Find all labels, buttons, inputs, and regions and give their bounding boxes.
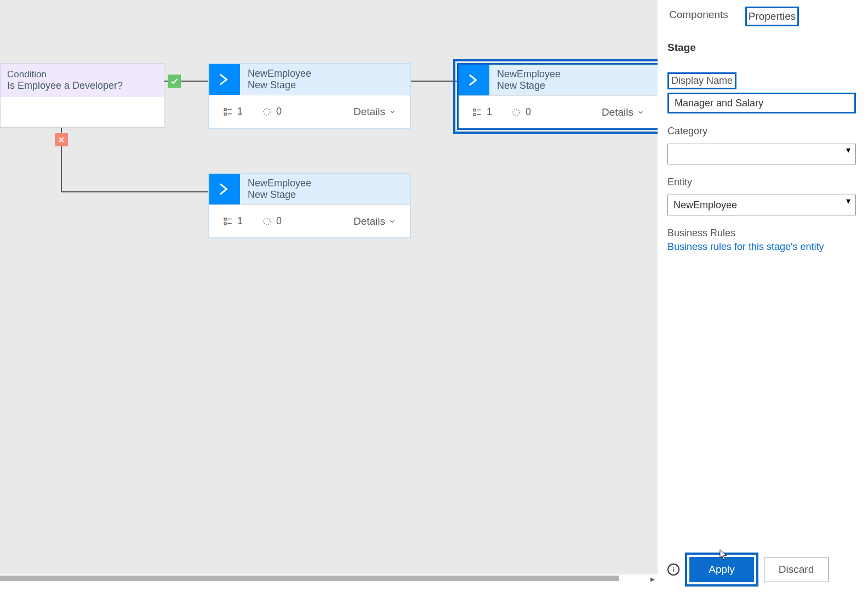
svg-rect-17 xyxy=(224,113,226,115)
stage-node-c[interactable]: NewEmployee New Stage 1 0 xyxy=(208,173,411,238)
triggers-count: 0 xyxy=(262,215,282,227)
stage-title-label: New Stage xyxy=(497,80,561,92)
display-name-input[interactable] xyxy=(667,93,856,113)
svg-rect-15 xyxy=(224,109,226,111)
yes-branch-chip xyxy=(168,75,181,88)
display-name-label: Display Name xyxy=(667,72,736,89)
stage-title-label: New Stage xyxy=(248,189,311,201)
properties-panel: Components Properties Stage Display Name… xyxy=(658,0,868,592)
business-rules-label: Business Rules xyxy=(667,227,856,239)
business-rules-link[interactable]: Business rules for this stage's entity xyxy=(667,241,856,253)
category-select[interactable] xyxy=(667,144,856,164)
panel-heading: Stage xyxy=(667,42,856,54)
stage-icon xyxy=(209,64,240,95)
triggers-count: 0 xyxy=(262,106,282,117)
triggers-count: 0 xyxy=(511,106,531,118)
stage-entity-label: NewEmployee xyxy=(248,68,311,79)
svg-point-29 xyxy=(264,218,270,225)
condition-label: Condition xyxy=(7,69,157,80)
svg-rect-22 xyxy=(473,113,476,116)
stage-entity-label: NewEmployee xyxy=(497,69,561,80)
tab-properties[interactable]: Properties xyxy=(747,8,798,25)
svg-rect-27 xyxy=(224,223,226,225)
stage-icon xyxy=(209,174,240,204)
steps-count: 1 xyxy=(223,215,243,227)
no-branch-chip xyxy=(55,133,68,146)
discard-button[interactable]: Discard xyxy=(764,557,829,582)
stage-node-b[interactable]: NewEmployee New Stage 1 0 xyxy=(457,63,660,130)
stage-details-toggle[interactable]: Details xyxy=(353,106,396,118)
entity-label: Entity xyxy=(667,177,856,188)
stage-icon xyxy=(459,65,489,95)
tab-components[interactable]: Components xyxy=(667,7,730,23)
svg-rect-25 xyxy=(224,218,226,220)
condition-node[interactable]: Condition Is Employee a Developer? xyxy=(0,63,164,128)
stage-title-label: New Stage xyxy=(248,79,311,91)
canvas-horizontal-scrollbar[interactable]: ▶ xyxy=(0,574,658,583)
steps-count: 1 xyxy=(472,106,492,118)
entity-select[interactable]: NewEmployee xyxy=(667,195,856,215)
svg-point-19 xyxy=(264,109,270,115)
stage-node-a[interactable]: NewEmployee New Stage 1 0 xyxy=(208,63,411,129)
svg-point-24 xyxy=(513,109,519,116)
category-label: Category xyxy=(667,126,856,137)
steps-count: 1 xyxy=(223,106,243,117)
apply-button[interactable]: Apply xyxy=(689,557,754,582)
stage-details-toggle[interactable]: Details xyxy=(602,106,644,118)
info-icon[interactable]: i xyxy=(667,563,679,576)
stage-details-toggle[interactable]: Details xyxy=(353,215,396,227)
process-canvas[interactable]: Condition Is Employee a Developer? New xyxy=(0,0,658,583)
svg-rect-20 xyxy=(473,109,476,111)
condition-text: Is Employee a Developer? xyxy=(7,80,157,92)
stage-entity-label: NewEmployee xyxy=(248,178,311,189)
